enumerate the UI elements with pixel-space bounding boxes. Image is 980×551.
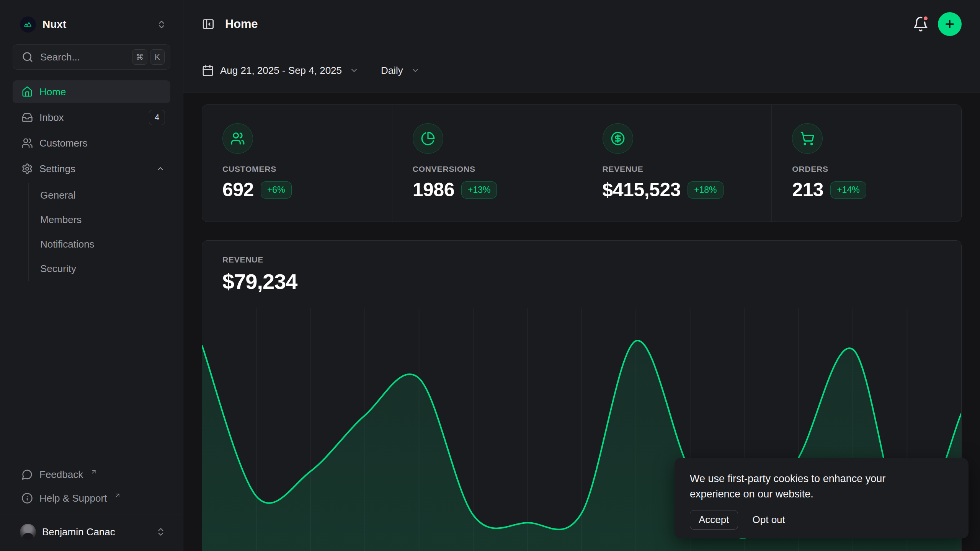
sidebar-item-members[interactable]: Members [40, 207, 170, 232]
stat-customers[interactable]: CUSTOMERS 692 +6% [202, 105, 392, 222]
sidebar-item-label: Inbox [39, 112, 64, 124]
stat-label: ORDERS [792, 165, 947, 174]
search-icon [22, 51, 33, 63]
external-link-icon [90, 468, 97, 475]
inbox-count-badge: 4 [149, 110, 165, 125]
filters-toolbar: Aug 21, 2025 - Sep 4, 2025 Daily [183, 48, 980, 93]
chevron-down-icon [411, 66, 420, 75]
users-icon [21, 137, 33, 149]
nuxt-logo-icon [20, 16, 36, 33]
stat-label: CUSTOMERS [222, 165, 378, 174]
stat-value: $415,523 [603, 179, 681, 201]
help-support-link[interactable]: Help & Support [13, 486, 170, 510]
pie-chart-icon [413, 123, 443, 154]
page-header: Home [183, 0, 980, 48]
cookie-message: We use first-party cookies to enhance yo… [690, 471, 927, 502]
date-range-value: Aug 21, 2025 - Sep 4, 2025 [220, 65, 342, 77]
stat-delta-badge: +6% [261, 181, 292, 199]
chevrons-up-down-icon [157, 20, 167, 29]
stat-label: CONVERSIONS [413, 165, 568, 174]
stat-value: 213 [792, 179, 823, 201]
granularity-select[interactable]: Daily [381, 65, 420, 77]
opt-out-button[interactable]: Opt out [753, 514, 785, 526]
subnav-label: General [40, 189, 76, 201]
sidebar-item-customers[interactable]: Customers [13, 132, 170, 155]
shopping-cart-icon [792, 123, 823, 154]
stat-orders[interactable]: ORDERS 213 +14% [771, 105, 961, 222]
footer-link-label: Feedback [39, 469, 83, 481]
workspace-switcher[interactable]: Nuxt [13, 11, 170, 38]
inbox-icon [21, 112, 33, 123]
kbd-cmd: ⌘ [132, 49, 147, 65]
chevrons-up-down-icon [156, 527, 166, 537]
external-link-icon [114, 492, 121, 499]
sidebar-item-notifications[interactable]: Notifications [40, 232, 170, 256]
user-menu[interactable]: Benjamin Canac [13, 520, 170, 544]
house-icon [21, 86, 33, 98]
sidebar-divider [0, 515, 183, 515]
sidebar: Nuxt Search... ⌘ K Home [0, 0, 183, 551]
subnav-label: Members [40, 214, 82, 226]
page-title: Home [225, 17, 258, 31]
sidebar-item-label: Home [39, 86, 66, 98]
gear-icon [21, 163, 33, 174]
sidebar-collapse-button[interactable] [202, 18, 215, 31]
circle-dollar-icon [603, 123, 633, 154]
date-range-picker[interactable]: Aug 21, 2025 - Sep 4, 2025 [202, 64, 359, 77]
notification-dot [922, 15, 929, 22]
cookie-banner: We use first-party cookies to enhance yo… [675, 458, 969, 538]
search-input[interactable]: Search... ⌘ K [13, 44, 170, 70]
kbd-k: K [150, 49, 165, 65]
users-icon [222, 123, 253, 154]
chevron-down-icon [350, 66, 359, 75]
sidebar-nav: Home Inbox 4 Customers Settings [13, 80, 170, 281]
stat-delta-badge: +18% [688, 181, 723, 199]
stat-conversions[interactable]: CONVERSIONS 1986 +13% [392, 105, 582, 222]
user-name: Benjamin Canac [42, 526, 115, 538]
stat-label: REVENUE [603, 165, 758, 174]
sidebar-footer: Feedback Help & Support [13, 463, 170, 510]
stats-card: CUSTOMERS 692 +6% CONVERSIONS 1986 +13% [202, 104, 962, 222]
stat-value: 1986 [413, 179, 454, 201]
sidebar-item-settings[interactable]: Settings [13, 157, 170, 180]
sidebar-item-inbox[interactable]: Inbox 4 [13, 106, 170, 129]
message-circle-icon [21, 469, 33, 480]
subnav-label: Notifications [40, 238, 95, 250]
footer-link-label: Help & Support [39, 492, 107, 504]
info-circle-icon [21, 492, 33, 504]
plus-icon [944, 18, 956, 30]
stat-revenue[interactable]: REVENUE $415,523 +18% [582, 105, 772, 222]
settings-subnav: General Members Notifications Security [28, 183, 170, 281]
revenue-chart-label: REVENUE [222, 255, 961, 264]
add-button[interactable] [938, 12, 962, 36]
granularity-value: Daily [381, 65, 403, 77]
stat-value: 692 [222, 179, 254, 201]
sidebar-item-home[interactable]: Home [13, 80, 170, 103]
subnav-label: Security [40, 263, 76, 275]
stat-delta-badge: +14% [830, 181, 866, 199]
revenue-chart-value: $79,234 [222, 269, 961, 294]
sidebar-item-security[interactable]: Security [40, 256, 170, 281]
sidebar-item-general[interactable]: General [40, 183, 170, 207]
workspace-name: Nuxt [42, 18, 66, 31]
feedback-link[interactable]: Feedback [13, 463, 170, 486]
avatar [20, 524, 36, 540]
sidebar-item-label: Settings [39, 163, 75, 175]
search-placeholder: Search... [40, 51, 80, 63]
calendar-icon [202, 64, 214, 77]
chevron-up-icon [156, 164, 165, 173]
stat-delta-badge: +13% [461, 181, 497, 199]
accept-cookies-button[interactable]: Accept [690, 510, 738, 530]
notifications-bell-button[interactable] [913, 16, 929, 32]
sidebar-item-label: Customers [39, 137, 88, 149]
